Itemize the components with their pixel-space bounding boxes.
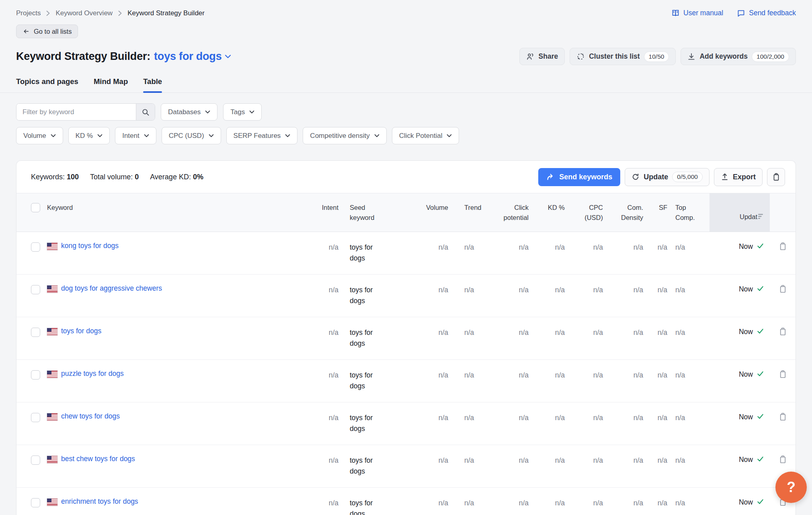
cell-kd: n/a [529,402,565,445]
row-checkbox[interactable] [31,242,40,252]
filter-dropdown-intent[interactable]: Intent [115,127,156,144]
tab-label: Mind Map [94,77,128,86]
column-header-top_comp[interactable]: Top Comp. [667,193,709,232]
delete-row-button[interactable] [778,327,787,359]
filter-dropdown-kd[interactable]: KD % [68,127,110,144]
row-checkbox[interactable] [31,498,40,507]
keyword-link[interactable]: enrichment toys for dogs [61,497,138,506]
select-all-checkbox[interactable] [31,203,40,212]
export-button[interactable]: Export [714,168,763,186]
filter-label: CPC (USD) [169,132,204,140]
cell-intent: n/a [318,360,350,402]
filter-dropdown-serp-features[interactable]: SERP Features [226,127,298,144]
column-header-seed[interactable]: Seed keyword [350,193,410,232]
delete-list-button[interactable] [767,168,785,186]
user-manual-link[interactable]: User manual [671,9,723,17]
cell-cpc: n/a [565,402,603,445]
keywords-table-card: Keywords:100 Total volume:0 Average KD:0… [16,160,796,515]
delete-row-button[interactable] [778,369,787,402]
cell-click_potential: n/a [482,360,529,402]
keyword-link[interactable]: toys for dogs [61,327,101,335]
go-to-all-lists-button[interactable]: Go to all lists [16,25,78,38]
help-button[interactable]: ? [775,472,807,503]
cell-seed: toys for dogs [350,488,410,515]
filter-label: Click Potential [399,132,443,140]
share-button[interactable]: Share [519,48,565,65]
keyword-link[interactable]: best chew toys for dogs [61,455,135,463]
keyword-link[interactable]: chew toys for dogs [61,412,120,421]
keyword-link[interactable]: puzzle toys for dogs [61,369,124,378]
filter-dropdown-cpc-usd[interactable]: CPC (USD) [162,127,221,144]
updated-value: Now [739,242,753,251]
delete-row-button[interactable] [778,242,787,274]
chevron-down-icon [97,134,103,137]
cell-cpc: n/a [565,275,603,317]
column-header-label: Updat [740,203,757,222]
go-to-all-lists-label: Go to all lists [34,28,72,35]
us-flag-icon [47,328,57,335]
column-header-kd[interactable]: KD % [529,193,565,232]
filter-dropdown-click-potential[interactable]: Click Potential [392,127,459,144]
list-name-dropdown[interactable]: toys for dogs [154,50,231,63]
tab-table[interactable]: Table [143,77,162,92]
arrow-left-icon [23,28,30,35]
cell-trend: n/a [448,488,482,515]
chevron-right-icon [118,10,122,16]
row-checkbox[interactable] [31,285,40,294]
keyword-link[interactable]: kong toys for dogs [61,242,119,250]
breadcrumb-item-projects[interactable]: Projects [16,9,41,17]
table-row: chew toys for dogsn/atoys for dogsn/an/a… [16,402,796,445]
row-checkbox[interactable] [31,328,40,337]
row-checkbox[interactable] [31,413,40,422]
cell-click_potential: n/a [482,402,529,445]
column-header-keyword[interactable]: Keyword [47,193,318,232]
cell-updated: Now [709,232,770,274]
column-header-cpc[interactable]: CPC (USD) [565,193,603,232]
column-header-updated[interactable]: Updat [709,193,770,232]
column-header-com_density[interactable]: Com. Density [603,193,643,232]
breadcrumb-item-keyword-overview[interactable]: Keyword Overview [55,9,113,17]
keyword-link[interactable]: dog toys for aggressive chewers [61,284,162,293]
filter-dropdown-volume[interactable]: Volume [16,127,63,144]
update-button[interactable]: Update 0/5,000 [625,168,709,186]
table-row: puzzle toys for dogsn/atoys for dogsn/an… [16,360,796,402]
stats-bar: Keywords:100 Total volume:0 Average KD:0… [16,161,796,193]
column-header-trend[interactable]: Trend [448,193,482,232]
tabs-bar: Topics and pagesMind MapTable [0,77,812,93]
column-header-intent[interactable]: Intent [318,193,350,232]
tabs: Topics and pagesMind MapTable [16,77,796,92]
column-header-sf[interactable]: SF [643,193,667,232]
column-header-volume[interactable]: Volume [410,193,448,232]
delete-row-button[interactable] [778,284,787,317]
top-links: User manual Send feedback [671,9,796,17]
add-keywords-button[interactable]: Add keywords 100/2,000 [681,48,796,65]
page-title: Keyword Strategy Builder: toys for dogs [16,50,231,63]
cell-updated: Now [709,488,770,515]
send-keywords-button[interactable]: Send keywords [538,168,620,186]
export-label: Export [733,173,756,181]
cell-click_potential: n/a [482,488,529,515]
cluster-this-list-button[interactable]: Cluster this list 10/50 [570,48,676,65]
keyword-filter-input[interactable] [16,104,136,120]
cell-com_density: n/a [603,232,643,274]
column-header-click_potential[interactable]: Click potential [482,193,529,232]
search-button[interactable] [136,104,155,120]
filter-label: SERP Features [234,132,281,140]
filter-dropdown-databases[interactable]: Databases [161,103,217,121]
tab-mind-map[interactable]: Mind Map [94,77,128,92]
row-checkbox[interactable] [31,455,40,465]
delete-row-button[interactable] [778,412,787,445]
tab-label: Table [143,77,162,86]
cell-volume: n/a [410,360,448,402]
filter-label: KD % [76,132,93,140]
cell-intent: n/a [318,317,350,359]
table-header: KeywordIntentSeed keywordVolumeTrendClic… [16,193,796,232]
filter-dropdown-tags[interactable]: Tags [223,103,262,121]
average-kd: Average KD:0% [150,173,203,181]
row-checkbox[interactable] [31,370,40,380]
tab-topics-and-pages[interactable]: Topics and pages [16,77,78,92]
column-header-label: Intent [322,203,338,213]
filter-dropdown-competitive-density[interactable]: Competitive density [303,127,386,144]
send-feedback-link[interactable]: Send feedback [737,9,796,17]
share-label: Share [539,52,558,61]
